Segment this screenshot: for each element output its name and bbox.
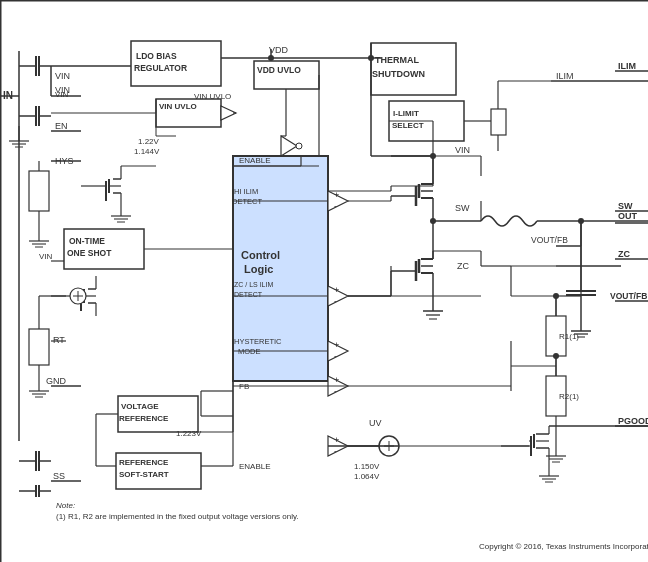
v122-label: 1.22V (138, 137, 160, 146)
vin-right-label: VIN (455, 145, 470, 155)
zc-label: ZC (457, 261, 469, 271)
vin-oneshot: VIN (39, 252, 53, 261)
ilim-pin-label: ILIM (556, 71, 574, 81)
note-label: Note: (56, 501, 75, 510)
zc-ls-label-1: ZC / LS ILIM (234, 281, 273, 288)
svg-text:+: + (334, 375, 339, 385)
hys-label: HYS (55, 156, 74, 166)
zc-ls-label-2: DETECT (234, 291, 263, 298)
svg-text:-: - (334, 446, 337, 456)
junction-vout (553, 293, 559, 299)
junction-vdd2 (268, 55, 274, 61)
gnd-label: GND (46, 376, 67, 386)
copyright-text: Copyright © 2016, Texas Instruments Inco… (479, 542, 648, 551)
svg-text:+: + (334, 435, 339, 445)
thermal-label-2: SHUTDOWN (372, 69, 425, 79)
junction-r1-r2 (553, 353, 559, 359)
note-text: (1) R1, R2 are implemented in the fixed … (56, 512, 299, 521)
svg-rect-59 (29, 329, 49, 365)
enable-bottom-label: ENABLE (239, 462, 271, 471)
hys-mode-label-2: MODE (238, 347, 261, 356)
ilimit-label-1: I-LIMIT (393, 109, 419, 118)
fb-label: FB (239, 382, 249, 391)
pgood-label: PGOOD (618, 416, 648, 426)
vout-fb-right-label: VOUT/FB (610, 291, 647, 301)
svg-text:-: - (334, 351, 337, 361)
ldo-label-2: REGULATOR (134, 63, 187, 73)
hi-ilim-label-2: DETECT (232, 197, 262, 206)
svg-text:-: - (334, 296, 337, 306)
vdd-label: VDD (269, 45, 289, 55)
hi-ilim-label-1: HI ILIM (234, 187, 258, 196)
svg-text:+: + (334, 340, 339, 350)
r1-label: R1(1) (559, 332, 579, 341)
ilim-right-label: ILIM (618, 61, 636, 71)
out-label: OUT (618, 211, 638, 221)
vref-label-1: VOLTAGE (121, 402, 159, 411)
pin-in-label: IN (3, 90, 13, 101)
svg-rect-25 (29, 171, 49, 211)
vdd-uvlo-label-1: VDD UVLO (257, 65, 301, 75)
ldo-label-1: LDO BIAS (136, 51, 177, 61)
circuit-diagram: + - + - + - + - + - (0, 0, 648, 562)
svg-point-163 (296, 143, 302, 149)
vin-uvlo-input: VIN UVLO (194, 92, 231, 101)
sw-right-label: SW (618, 201, 633, 211)
vout-fb-label: VOUT/FB (531, 235, 568, 245)
ref-ss-label-1: REFERENCE (119, 458, 169, 467)
r2-label: R2(1) (559, 392, 579, 401)
ilimit-label-2: SELECT (392, 121, 424, 130)
v1150-label: 1.150V (354, 462, 380, 471)
v1144-label: 1.144V (134, 147, 160, 156)
control-logic-label-2: Logic (244, 263, 273, 275)
hys-mode-label-1: HYSTERETIC (234, 337, 282, 346)
thermal-label-1: THERMAL (375, 55, 419, 65)
svg-text:-: - (334, 386, 337, 396)
ref-ss-label-2: SOFT-START (119, 470, 169, 479)
ontime-label-2: ONE SHOT (67, 248, 112, 258)
sw-label: SW (455, 203, 470, 213)
vin-uvlo-label-1: VIN UVLO (159, 102, 197, 111)
enable-label: ENABLE (239, 156, 271, 165)
rt-label: RT (53, 335, 65, 345)
ss-label: SS (53, 471, 65, 481)
vin-label-top: VIN (55, 71, 70, 81)
svg-text:+: + (334, 285, 339, 295)
junction-sw (430, 218, 436, 224)
uv-label: UV (369, 418, 382, 428)
junction-vdd (368, 55, 374, 61)
zc-right-label: ZC (618, 249, 630, 259)
ontime-label-1: ON-TIME (69, 236, 105, 246)
svg-text:-: - (334, 201, 337, 211)
vin-label-en: VIN (55, 90, 69, 99)
control-logic-label-1: Control (241, 249, 280, 261)
vref-label-2: REFERENCE (119, 414, 169, 423)
en-label: EN (55, 121, 68, 131)
junction-out (578, 218, 584, 224)
v1064-label: 1.064V (354, 472, 380, 481)
v1223-label: 1.223V (176, 429, 202, 438)
svg-rect-92 (491, 109, 506, 135)
junction-vin (430, 153, 436, 159)
